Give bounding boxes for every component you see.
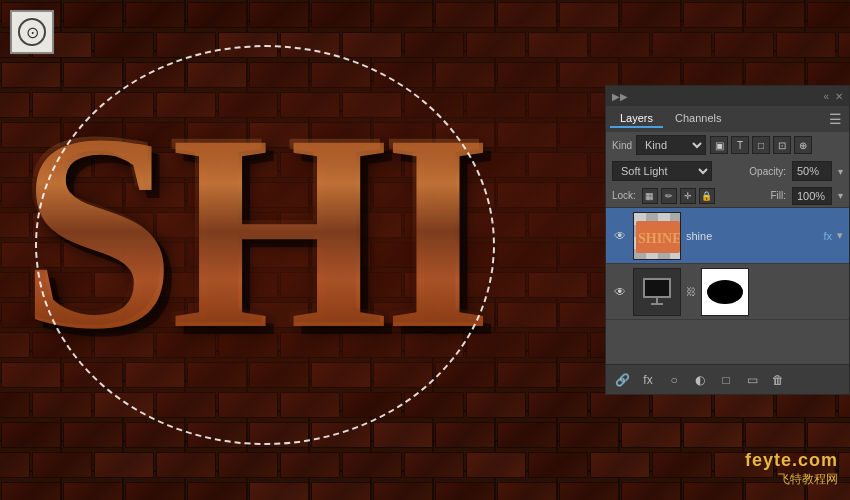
lock-transparency-btn[interactable]: ▦ <box>642 188 658 204</box>
toolbar-delete-btn[interactable]: 🗑 <box>768 370 788 390</box>
layer-fx-arrow[interactable]: ▾ <box>837 229 843 242</box>
shine-text-bevel: SHI <box>16 66 483 389</box>
kind-icon-smart[interactable]: ⊡ <box>773 136 791 154</box>
layer-fx-shine[interactable]: fx <box>823 230 832 242</box>
kind-icon-text[interactable]: T <box>731 136 749 154</box>
tab-layers[interactable]: Layers <box>610 110 663 128</box>
opacity-value[interactable]: 50% <box>792 161 832 181</box>
layer-thumbnail-shine: SHINE <box>633 212 681 260</box>
fill-value[interactable]: 100% <box>792 187 832 205</box>
panel-titlebar: ▶▶ « ✕ <box>606 86 849 106</box>
kind-icon-shape[interactable]: □ <box>752 136 770 154</box>
toolbar-fx-btn[interactable]: fx <box>638 370 658 390</box>
layer-visibility-bg[interactable]: 👁 <box>612 285 628 299</box>
kind-select[interactable]: Kind <box>636 135 706 155</box>
lock-all-btn[interactable]: 🔒 <box>699 188 715 204</box>
panel-menu-btn[interactable]: ☰ <box>826 111 845 127</box>
lock-position-btn[interactable]: ✛ <box>680 188 696 204</box>
svg-text:SHINE: SHINE <box>638 231 681 246</box>
mask-oval-shape <box>707 280 743 304</box>
toolbar-mask-btn[interactable]: ○ <box>664 370 684 390</box>
expand-icon[interactable]: ▶▶ <box>612 91 628 102</box>
toolbar-new-btn[interactable]: ▭ <box>742 370 762 390</box>
monitor-shape <box>643 278 671 305</box>
opacity-arrow[interactable]: ▾ <box>838 166 843 177</box>
kind-icon-adjustment[interactable]: ⊕ <box>794 136 812 154</box>
layer-item-shine[interactable]: 👁 <box>606 208 849 264</box>
kind-label: Kind <box>612 140 632 151</box>
lock-image-btn[interactable]: ✏ <box>661 188 677 204</box>
kind-row: Kind Kind ▣ T □ ⊡ ⊕ <box>606 132 849 158</box>
watermark: feyte.com 飞特教程网 <box>745 450 838 488</box>
layers-panel: ▶▶ « ✕ Layers Channels ☰ Kind Kind ▣ T □… <box>605 85 850 395</box>
mask-oval-bg <box>702 269 748 315</box>
fill-arrow[interactable]: ▾ <box>838 190 843 201</box>
panel-tabs: Layers Channels ☰ <box>606 106 849 132</box>
collapse-panel-btn[interactable]: « <box>823 91 829 102</box>
toolbar-link-btn[interactable]: 🔗 <box>612 370 632 390</box>
toolbar-group-btn[interactable]: □ <box>716 370 736 390</box>
fill-label: Fill: <box>770 190 786 201</box>
lock-row: Lock: ▦ ✏ ✛ 🔒 Fill: 100% ▾ <box>606 184 849 208</box>
monitor-base <box>651 303 663 305</box>
tab-channels[interactable]: Channels <box>665 110 731 128</box>
kind-icons: ▣ T □ ⊡ ⊕ <box>710 136 812 154</box>
watermark-name: 飞特教程网 <box>745 471 838 488</box>
layer-item-bg[interactable]: 👁 ⛓ <box>606 264 849 320</box>
layer-link-icon: ⛓ <box>686 286 696 297</box>
blend-mode-select[interactable]: Soft Light Normal Multiply Screen Overla… <box>612 161 712 181</box>
close-panel-btn[interactable]: ✕ <box>835 91 843 102</box>
layer-thumbnail-bg <box>633 268 681 316</box>
layer-name-shine: shine <box>686 230 818 242</box>
blend-mode-row: Soft Light Normal Multiply Screen Overla… <box>606 158 849 184</box>
lock-label: Lock: <box>612 190 636 201</box>
panel-toolbar: 🔗 fx ○ ◐ □ ▭ 🗑 <box>606 364 849 394</box>
lasso-tool-icon: ⊙ <box>18 18 46 46</box>
opacity-label: Opacity: <box>749 166 786 177</box>
toolbar-adjustment-btn[interactable]: ◐ <box>690 370 710 390</box>
layer-mask-thumbnail-bg <box>701 268 749 316</box>
layer-list: 👁 <box>606 208 849 364</box>
layer-visibility-shine[interactable]: 👁 <box>612 229 628 243</box>
kind-icon-pixel[interactable]: ▣ <box>710 136 728 154</box>
lock-icons: ▦ ✏ ✛ 🔒 <box>642 188 715 204</box>
watermark-url: feyte.com <box>745 450 838 471</box>
monitor-screen <box>643 278 671 298</box>
tool-icon-box[interactable]: ⊙ <box>10 10 54 54</box>
